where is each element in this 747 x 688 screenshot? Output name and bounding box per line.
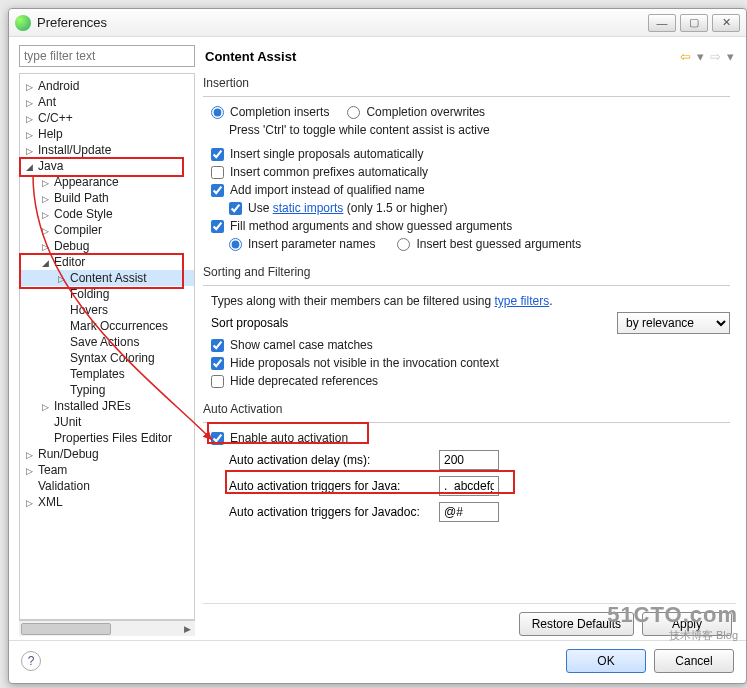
preference-tree[interactable]: ▷Android▷Ant▷C/C++▷Help▷Install/Update◢J…	[19, 73, 195, 620]
tree-item-compiler[interactable]: ▷Compiler	[20, 222, 194, 238]
tree-scrollbar[interactable]: ◀ ▶	[19, 620, 195, 636]
right-pane: Content Assist ⇦ ▾ ⇨ ▾ Insertion	[203, 45, 736, 636]
static-imports-post: (only 1.5 or higher)	[343, 201, 447, 215]
tree-item-syntax-coloring[interactable]: Syntax Coloring	[20, 350, 194, 366]
tree-item-android[interactable]: ▷Android	[20, 78, 194, 94]
help-icon[interactable]: ?	[21, 651, 41, 671]
twisty-icon[interactable]: ▷	[42, 194, 52, 204]
left-pane: ▷Android▷Ant▷C/C++▷Help▷Install/Update◢J…	[19, 45, 195, 636]
tree-item-folding[interactable]: Folding	[20, 286, 194, 302]
tree-item-label: Android	[38, 79, 79, 93]
twisty-icon[interactable]: ▷	[58, 274, 68, 284]
twisty-icon[interactable]: ▷	[42, 402, 52, 412]
apply-button[interactable]: Apply	[642, 612, 732, 636]
insert-best-radio[interactable]	[397, 238, 410, 251]
fill-args-checkbox[interactable]	[211, 220, 224, 233]
page-title: Content Assist	[205, 49, 680, 64]
twisty-icon	[58, 352, 68, 362]
twisty-icon[interactable]: ◢	[26, 162, 36, 172]
tree-item-mark-occurrences[interactable]: Mark Occurrences	[20, 318, 194, 334]
twisty-icon[interactable]: ▷	[26, 450, 36, 460]
tree-item-content-assist[interactable]: ▷Content Assist	[20, 270, 194, 286]
tree-item-install-update[interactable]: ▷Install/Update	[20, 142, 194, 158]
tree-item-properties-files-editor[interactable]: Properties Files Editor	[20, 430, 194, 446]
tree-item-installed-jres[interactable]: ▷Installed JREs	[20, 398, 194, 414]
tree-item-ant[interactable]: ▷Ant	[20, 94, 194, 110]
twisty-icon[interactable]: ▷	[42, 242, 52, 252]
tree-item-help[interactable]: ▷Help	[20, 126, 194, 142]
tree-item-run-debug[interactable]: ▷Run/Debug	[20, 446, 194, 462]
camel-case-label: Show camel case matches	[230, 338, 373, 352]
twisty-icon[interactable]: ▷	[42, 178, 52, 188]
twisty-icon[interactable]: ▷	[26, 130, 36, 140]
triggers-javadoc-input[interactable]	[439, 502, 499, 522]
twisty-icon[interactable]: ▷	[26, 146, 36, 156]
twisty-icon[interactable]: ▷	[26, 466, 36, 476]
hide-deprecated-checkbox[interactable]	[211, 375, 224, 388]
insert-param-label: Insert parameter names	[248, 237, 375, 251]
tree-item-typing[interactable]: Typing	[20, 382, 194, 398]
type-filter-post: .	[549, 294, 552, 308]
static-imports-pre: Use	[248, 201, 273, 215]
twisty-icon[interactable]: ▷	[42, 210, 52, 220]
sorting-title: Sorting and Filtering	[203, 265, 730, 279]
tree-item-build-path[interactable]: ▷Build Path	[20, 190, 194, 206]
ok-button[interactable]: OK	[566, 649, 646, 673]
minimize-button[interactable]: —	[648, 14, 676, 32]
completion-inserts-radio[interactable]	[211, 106, 224, 119]
static-imports-label: Use static imports (only 1.5 or higher)	[248, 201, 447, 215]
insert-param-radio[interactable]	[229, 238, 242, 251]
titlebar[interactable]: Preferences — ▢ ✕	[9, 9, 746, 37]
filter-input[interactable]	[19, 45, 195, 67]
tree-item-label: Content Assist	[70, 271, 147, 285]
insert-prefix-checkbox[interactable]	[211, 166, 224, 179]
tree-item-hovers[interactable]: Hovers	[20, 302, 194, 318]
tree-item-label: Compiler	[54, 223, 102, 237]
add-import-checkbox[interactable]	[211, 184, 224, 197]
forward-menu-icon[interactable]: ▾	[727, 49, 734, 64]
static-imports-checkbox[interactable]	[229, 202, 242, 215]
tree-item-save-actions[interactable]: Save Actions	[20, 334, 194, 350]
type-filter-desc: Types along with their members can be fi…	[211, 294, 553, 308]
insert-single-checkbox[interactable]	[211, 148, 224, 161]
maximize-button[interactable]: ▢	[680, 14, 708, 32]
tree-item-editor[interactable]: ◢Editor	[20, 254, 194, 270]
cancel-button[interactable]: Cancel	[654, 649, 734, 673]
tree-item-validation[interactable]: Validation	[20, 478, 194, 494]
back-icon[interactable]: ⇦	[680, 49, 691, 64]
page-button-bar: Restore Defaults Apply	[203, 603, 736, 636]
back-menu-icon[interactable]: ▾	[697, 49, 704, 64]
ctrl-toggle-tip: Press 'Ctrl' to toggle while content ass…	[203, 121, 730, 145]
tree-item-xml[interactable]: ▷XML	[20, 494, 194, 510]
tree-item-java[interactable]: ◢Java	[20, 158, 194, 174]
tree-item-c-c-[interactable]: ▷C/C++	[20, 110, 194, 126]
twisty-icon[interactable]: ◢	[42, 258, 52, 268]
tree-item-debug[interactable]: ▷Debug	[20, 238, 194, 254]
sort-proposals-select[interactable]: by relevance	[617, 312, 730, 334]
enable-auto-checkbox[interactable]	[211, 432, 224, 445]
delay-input[interactable]	[439, 450, 499, 470]
type-filters-link[interactable]: type filters	[494, 294, 549, 308]
completion-overwrites-radio[interactable]	[347, 106, 360, 119]
close-button[interactable]: ✕	[712, 14, 740, 32]
twisty-icon[interactable]: ▷	[42, 226, 52, 236]
scroll-thumb[interactable]	[21, 623, 111, 635]
twisty-icon[interactable]: ▷	[26, 82, 36, 92]
restore-defaults-button[interactable]: Restore Defaults	[519, 612, 634, 636]
static-imports-link[interactable]: static imports	[273, 201, 344, 215]
tree-item-junit[interactable]: JUnit	[20, 414, 194, 430]
tree-item-appearance[interactable]: ▷Appearance	[20, 174, 194, 190]
twisty-icon[interactable]: ▷	[26, 98, 36, 108]
dialog-footer: ? OK Cancel	[9, 640, 746, 683]
tree-item-templates[interactable]: Templates	[20, 366, 194, 382]
tree-item-team[interactable]: ▷Team	[20, 462, 194, 478]
tree-item-code-style[interactable]: ▷Code Style	[20, 206, 194, 222]
twisty-icon[interactable]: ▷	[26, 114, 36, 124]
auto-activation-title: Auto Activation	[203, 402, 730, 416]
hide-invisible-checkbox[interactable]	[211, 357, 224, 370]
camel-case-checkbox[interactable]	[211, 339, 224, 352]
triggers-java-input[interactable]	[439, 476, 499, 496]
twisty-icon[interactable]: ▷	[26, 498, 36, 508]
scroll-right-icon[interactable]: ▶	[179, 621, 195, 636]
auto-activation-group: Auto Activation Enable auto activation A…	[203, 402, 730, 525]
